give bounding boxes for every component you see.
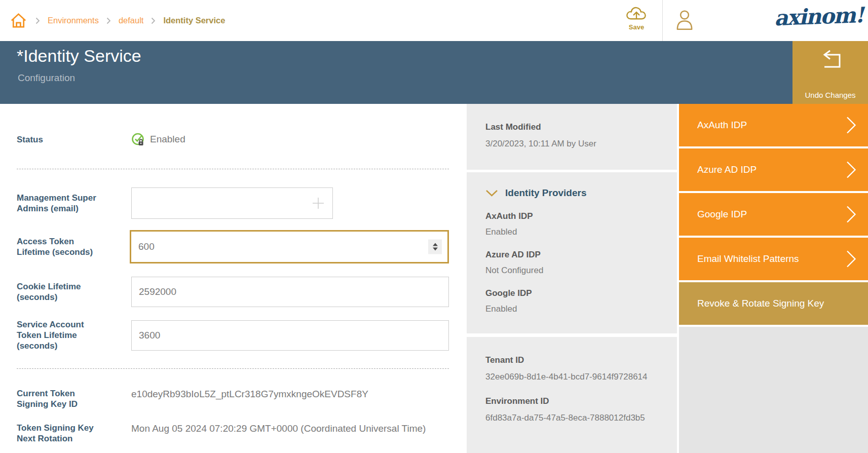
axinom-logo: axinom! xyxy=(774,3,866,30)
save-button[interactable]: Save xyxy=(618,5,655,31)
save-button-label: Save xyxy=(629,23,644,31)
chevron-down-icon xyxy=(485,190,498,197)
check-circle-lock-icon xyxy=(131,132,145,146)
access-token-input[interactable] xyxy=(130,230,449,263)
number-stepper-icon[interactable] xyxy=(428,240,442,254)
tenant-id-label: Tenant ID xyxy=(485,355,668,365)
home-icon[interactable] xyxy=(9,11,28,30)
sidebar-item-email-whitelist-patterns[interactable]: Email Whitelist Patterns xyxy=(679,238,868,280)
sidebar-item-axauth-idp[interactable]: AxAuth IDP xyxy=(679,104,868,146)
super-admins-label: Management Super Admins (email) xyxy=(17,193,103,214)
ids-card: Tenant ID 32ee069b-8d1e-4b41-bcd7-9614f9… xyxy=(467,337,677,453)
cookie-lifetime-input[interactable] xyxy=(131,277,449,307)
section-divider xyxy=(17,368,449,369)
environment-id-label: Environment ID xyxy=(485,396,668,406)
chevron-right-icon xyxy=(846,205,857,224)
super-admins-row: Management Super Admins (email) xyxy=(17,187,449,219)
status-label: Status xyxy=(17,134,103,145)
configuration-form: Status Enabled Management Super Admins (… xyxy=(0,104,467,453)
access-token-row: Access Token Lifetime (seconds) xyxy=(17,230,449,263)
page-subtitle: Configuration xyxy=(18,72,75,84)
provider-status: Enabled xyxy=(485,227,668,237)
rotation-row: Token Signing Key Next Rotation Mon Aug … xyxy=(17,423,449,444)
super-admins-input[interactable] xyxy=(131,187,333,219)
stepper-up-arrow[interactable] xyxy=(433,243,438,246)
user-profile-button[interactable] xyxy=(674,9,695,33)
section-divider xyxy=(17,169,449,169)
undo-arrow-icon xyxy=(817,50,844,72)
environment-id-value: 6fd83a7a-da75-47a5-8eca-7888012fd3b5 xyxy=(485,413,668,423)
breadcrumb: Environments default Identity Service xyxy=(9,0,225,41)
last-modified-label: Last Modified xyxy=(485,122,668,132)
provider-status: Enabled xyxy=(485,304,668,314)
identity-providers-toggle[interactable]: Identity Providers xyxy=(485,187,668,199)
sidebar-item-label: AxAuth IDP xyxy=(697,120,747,131)
cloud-upload-save-icon xyxy=(625,5,649,23)
chevron-separator-icon xyxy=(35,17,40,24)
top-bar: Environments default Identity Service Sa… xyxy=(0,0,868,41)
status-row: Status Enabled xyxy=(17,132,449,146)
cookie-lifetime-row: Cookie Lifetime (seconds) xyxy=(17,277,449,307)
chevron-separator-icon xyxy=(106,17,111,24)
cookie-lifetime-inputbox xyxy=(131,277,449,307)
sidebar-item-azure-ad-idp[interactable]: Azure AD IDP xyxy=(679,148,868,191)
tenant-id-value: 32ee069b-8d1e-4b41-bcd7-9614f9728614 xyxy=(485,372,668,382)
sidebar-filler xyxy=(679,327,868,453)
status-value: Enabled xyxy=(131,132,185,146)
provider-name: Google IDP xyxy=(485,288,668,298)
provider-item: Google IDP Enabled xyxy=(485,288,668,314)
sidebar-item-label: Google IDP xyxy=(697,209,747,220)
last-modified-value: 3/20/2023, 10:11 AM by User xyxy=(485,139,668,149)
add-admin-button[interactable] xyxy=(310,195,327,212)
status-value-text: Enabled xyxy=(150,134,185,145)
provider-item: AxAuth IDP Enabled xyxy=(485,211,668,237)
user-profile-icon xyxy=(674,25,695,33)
chevron-right-icon xyxy=(846,250,857,269)
undo-changes-button[interactable]: Undo Changes xyxy=(792,41,868,104)
rotation-label: Token Signing Key Next Rotation xyxy=(17,423,103,444)
sidebar-item-label: Revoke & Rotate Signing Key xyxy=(697,298,824,309)
page-header: *Identity Service Configuration Undo Cha… xyxy=(0,41,868,104)
signing-key-row: Current Token Signing Key ID e10deyRb93b… xyxy=(17,388,449,409)
rotation-value: Mon Aug 05 2024 07:20:29 GMT+0000 (Coord… xyxy=(131,423,426,434)
super-admins-inputbox xyxy=(131,187,333,219)
breadcrumb-environments[interactable]: Environments xyxy=(48,16,99,25)
stepper-down-arrow[interactable] xyxy=(433,248,438,251)
chevron-right-icon xyxy=(846,161,857,179)
chevron-separator-icon xyxy=(151,17,156,24)
access-token-label: Access Token Lifetime (seconds) xyxy=(17,236,101,257)
access-token-inputbox xyxy=(130,230,449,263)
identity-providers-title: Identity Providers xyxy=(505,187,587,199)
sidebar-item-label: Azure AD IDP xyxy=(697,164,757,175)
provider-item: Azure AD IDP Not Configured xyxy=(485,250,668,276)
provider-status: Not Configured xyxy=(485,266,668,276)
undo-changes-label: Undo Changes xyxy=(805,91,855,99)
service-account-label: Service Account Token Lifetime (seconds) xyxy=(17,319,103,351)
identity-providers-card: Identity Providers AxAuth IDP Enabled Az… xyxy=(467,172,677,333)
service-account-inputbox xyxy=(131,320,449,351)
service-account-input[interactable] xyxy=(131,320,449,351)
service-account-row: Service Account Token Lifetime (seconds) xyxy=(17,319,449,351)
topbar-divider xyxy=(662,0,663,41)
provider-name: Azure AD IDP xyxy=(485,250,668,260)
breadcrumb-current-page: Identity Service xyxy=(163,16,225,25)
main-content: Status Enabled Management Super Admins (… xyxy=(0,104,868,453)
sidebar-item-label: Email Whitelist Patterns xyxy=(697,253,799,265)
plus-icon xyxy=(310,206,327,213)
signing-key-value: e10deyRb93bIoL5Z_ptLCr318G7ymxkngeOkEVDS… xyxy=(131,388,368,400)
page-title: *Identity Service xyxy=(17,46,141,66)
chevron-right-icon xyxy=(846,116,857,135)
info-panel: Last Modified 3/20/2023, 10:11 AM by Use… xyxy=(467,104,677,453)
sidebar-item-revoke-rotate-signing-key[interactable]: Revoke & Rotate Signing Key xyxy=(679,282,868,325)
last-modified-card: Last Modified 3/20/2023, 10:11 AM by Use… xyxy=(467,104,677,170)
sidebar-item-google-idp[interactable]: Google IDP xyxy=(679,193,868,236)
action-sidebar: AxAuth IDP Azure AD IDP Google IDP Email… xyxy=(677,104,868,453)
cookie-lifetime-label: Cookie Lifetime (seconds) xyxy=(17,281,103,303)
signing-key-label: Current Token Signing Key ID xyxy=(17,388,103,409)
provider-name: AxAuth IDP xyxy=(485,211,668,221)
breadcrumb-default[interactable]: default xyxy=(119,16,144,25)
